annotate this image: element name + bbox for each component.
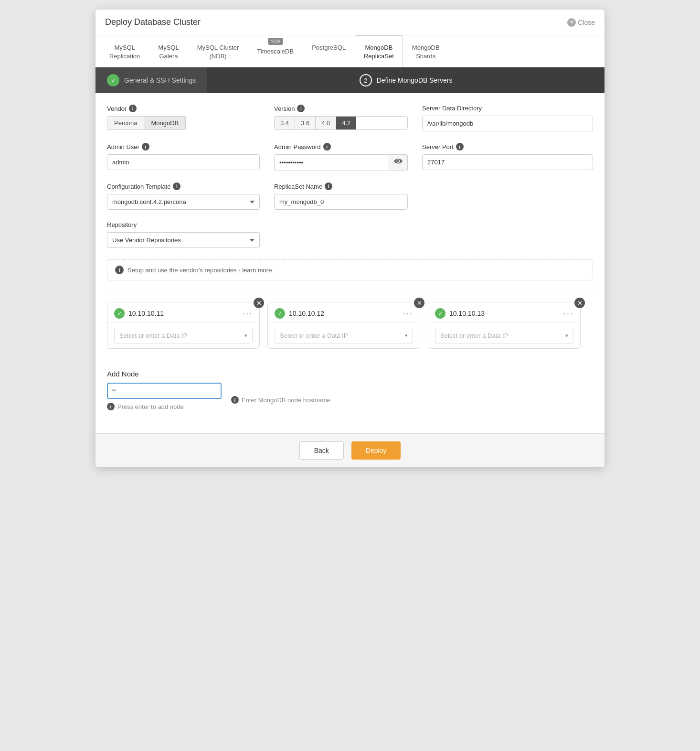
deploy-button[interactable]: Deploy [351,441,401,460]
add-node-hint-right-text: Enter MongoDB node hostname [242,397,330,404]
password-toggle-btn[interactable] [389,154,408,171]
node-2-data-ip-select[interactable]: Select or enter a Data IP ▾ [275,328,413,343]
node-2-ip: ✓ 10.10.10.12 [275,308,324,319]
form-row-2: Admin User i Admin Password i [107,143,593,171]
node-1-check-icon: ✓ [114,308,125,319]
node-3-data-ip-select[interactable]: Select or enter a Data IP ▾ [435,328,573,343]
server-port-input[interactable] [422,154,593,170]
node-2-check-icon: ✓ [275,308,285,319]
add-node-list-icon: ≡ [112,386,116,395]
repository-select[interactable]: Use Vendor Repositories [107,232,260,248]
node-2-menu-btn[interactable]: ··· [403,309,413,319]
form-row-4: Repository Use Vendor Repositories [107,221,593,248]
node-1-remove-btn[interactable]: ✕ [254,298,264,308]
tab-mongodb-replicaset[interactable]: MongoDBReplicaSet [355,35,403,67]
modal-header: Deploy Database Cluster ✕ Close [95,10,605,35]
admin-password-input[interactable] [274,154,389,171]
vendor-label: Vendor i [107,105,260,112]
close-button[interactable]: ✕ Close [567,18,595,27]
add-node-hint: i Press enter to add node [107,403,222,410]
replicaset-name-input[interactable] [274,194,408,210]
server-port-info-icon[interactable]: i [456,143,464,150]
admin-user-group: Admin User i [107,143,260,170]
node-2-data-ip-placeholder: Select or enter a Data IP [280,332,348,339]
node-3-ip: ✓ 10.10.10.13 [435,308,485,319]
node-3-check-icon: ✓ [435,308,445,319]
step-define-servers: 2 Define MongoDB Servers [348,67,464,93]
node-3-menu-btn[interactable]: ··· [563,309,573,319]
modal: Deploy Database Cluster ✕ Close MySQLRep… [95,10,605,467]
timescaledb-badge: NEW [268,38,283,45]
add-node-hint-icon: i [107,403,115,410]
add-node-hostname-hint-icon: i [231,396,239,404]
admin-user-input[interactable] [107,154,260,170]
version-label: Version i [274,105,408,112]
tab-mysql-replication[interactable]: MySQLReplication [100,35,149,67]
node-1-menu-btn[interactable]: ··· [243,309,253,319]
config-template-group: Configuration Template i mongodb.conf.4.… [107,182,260,210]
add-node-hint-right: i Enter MongoDB node hostname [231,396,330,404]
node-2-ip-label: 10.10.10.12 [289,310,324,317]
password-wrapper [274,154,408,171]
add-node-input-col: ≡ i Press enter to add node [107,383,222,410]
node-card-2: ✕ ✓ 10.10.10.12 ··· Select or enter a Da… [267,302,420,349]
tab-postgresql[interactable]: PostgreSQL [303,35,355,67]
add-node-input[interactable] [119,387,217,395]
node-3-data-ip-placeholder: Select or enter a Data IP [440,332,508,339]
tabs-bar: MySQLReplication MySQLGalera MySQL Clust… [95,35,605,67]
node-1-data-ip-placeholder: Select or enter a Data IP [119,332,187,339]
nodes-section: ✕ ✓ 10.10.10.11 ··· Select or enter a Da… [107,302,593,349]
vendor-group: Vendor i Percona MongoDB [107,105,260,130]
node-1-data-ip-select[interactable]: Select or enter a Data IP ▾ [114,328,253,343]
config-template-info-icon[interactable]: i [173,182,180,190]
admin-user-info-icon[interactable]: i [142,143,149,150]
add-node-label: Add Node [107,370,593,378]
version-40-btn[interactable]: 4.0 [316,117,336,129]
node-card-1: ✕ ✓ 10.10.10.11 ··· Select or enter a Da… [107,302,260,349]
node-3-remove-btn[interactable]: ✕ [574,298,585,308]
step-number-icon: 2 [360,74,372,86]
version-info-icon[interactable]: i [297,105,305,112]
add-node-row: ≡ i Press enter to add node i Enter Mong… [107,383,593,410]
step-bar: ✓ General & SSH Settings 2 Define MongoD… [95,67,605,93]
repository-group: Repository Use Vendor Repositories [107,221,260,248]
nodes-grid: ✕ ✓ 10.10.10.11 ··· Select or enter a Da… [107,302,593,349]
admin-user-label: Admin User i [107,143,260,150]
vendor-info-icon[interactable]: i [129,105,137,112]
node-1-ip-label: 10.10.10.11 [128,310,164,317]
node-1-body: Select or enter a Data IP ▾ [107,323,259,348]
server-data-dir-input[interactable] [422,116,593,131]
info-box-text: Setup and use the vendor's repositories … [127,267,274,274]
form-content: Vendor i Percona MongoDB Version i 3.4 3… [95,93,605,433]
back-button[interactable]: Back [299,441,344,460]
replicaset-name-info-icon[interactable]: i [325,182,332,190]
version-42-btn[interactable]: 4.2 [336,117,356,129]
node-3-body: Select or enter a Data IP ▾ [428,323,580,348]
version-34-btn[interactable]: 3.4 [275,117,295,129]
node-3-ip-label: 10.10.10.13 [449,310,485,317]
version-36-btn[interactable]: 3.6 [295,117,316,129]
vendor-mongodb-btn[interactable]: MongoDB [144,116,186,130]
node-2-chevron-icon: ▾ [405,333,408,339]
replicaset-name-group: ReplicaSet Name i [274,182,408,210]
config-template-select[interactable]: mongodb.conf.4.2.percona [107,194,260,210]
node-2-remove-btn[interactable]: ✕ [414,298,424,308]
tab-mysql-cluster-ndb[interactable]: MySQL Cluster(NDB) [188,35,248,67]
node-2-header: ✓ 10.10.10.12 ··· [268,302,420,323]
admin-password-info-icon[interactable]: i [323,143,331,150]
eye-icon [394,159,403,165]
info-box: i Setup and use the vendor's repositorie… [107,259,593,280]
config-template-label: Configuration Template i [107,182,260,190]
tab-mongodb-shards[interactable]: MongoDBShards [403,35,449,67]
node-3-header: ✓ 10.10.10.13 ··· [428,302,580,323]
version-group: Version i 3.4 3.6 4.0 4.2 [274,105,408,130]
learn-more-link[interactable]: learn more [242,267,272,274]
version-options: 3.4 3.6 4.0 4.2 [274,116,408,130]
server-data-dir-group: Server Data Directory [422,105,593,131]
tab-timescaledb[interactable]: NEW TimescaleDB [248,35,303,67]
form-row-3: Configuration Template i mongodb.conf.4.… [107,182,593,210]
tab-mysql-galera[interactable]: MySQLGalera [149,35,188,67]
admin-password-group: Admin Password i [274,143,408,171]
add-node-hint-right-col: i Enter MongoDB node hostname [231,389,330,404]
vendor-percona-btn[interactable]: Percona [107,116,144,130]
